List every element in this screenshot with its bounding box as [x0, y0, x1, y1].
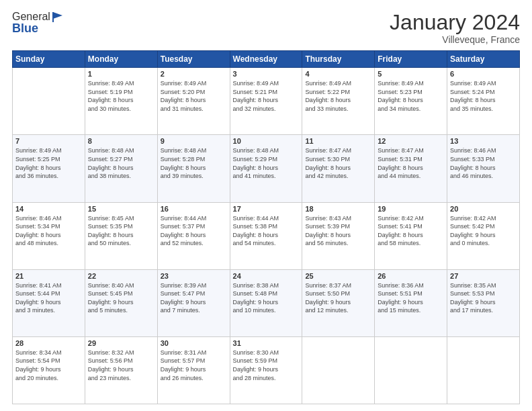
day-number: 1	[88, 70, 154, 78]
day-info: Sunrise: 8:40 AM Sunset: 5:45 PM Dayligh…	[88, 281, 154, 315]
table-cell: 10Sunrise: 8:48 AM Sunset: 5:29 PM Dayli…	[230, 135, 302, 202]
day-info: Sunrise: 8:48 AM Sunset: 5:28 PM Dayligh…	[161, 146, 227, 180]
day-number: 16	[161, 205, 227, 213]
calendar-table: Sunday Monday Tuesday Wednesday Thursday…	[12, 50, 520, 404]
day-info: Sunrise: 8:44 AM Sunset: 5:38 PM Dayligh…	[233, 214, 300, 248]
day-info: Sunrise: 8:39 AM Sunset: 5:47 PM Dayligh…	[161, 281, 227, 315]
week-row-2: 7Sunrise: 8:49 AM Sunset: 5:25 PM Daylig…	[13, 135, 520, 202]
table-cell: 14Sunrise: 8:46 AM Sunset: 5:34 PM Dayli…	[13, 202, 85, 269]
day-number: 24	[233, 272, 300, 280]
table-cell	[375, 336, 447, 404]
day-number: 4	[305, 70, 371, 78]
day-number: 22	[88, 272, 154, 280]
table-cell: 12Sunrise: 8:47 AM Sunset: 5:31 PM Dayli…	[375, 135, 447, 202]
table-cell: 1Sunrise: 8:49 AM Sunset: 5:19 PM Daylig…	[85, 68, 157, 135]
day-info: Sunrise: 8:32 AM Sunset: 5:56 PM Dayligh…	[88, 349, 154, 382]
table-cell: 26Sunrise: 8:36 AM Sunset: 5:51 PM Dayli…	[375, 269, 447, 336]
table-cell: 5Sunrise: 8:49 AM Sunset: 5:23 PM Daylig…	[375, 68, 447, 135]
week-row-5: 28Sunrise: 8:34 AM Sunset: 5:54 PM Dayli…	[13, 336, 520, 404]
table-cell: 24Sunrise: 8:38 AM Sunset: 5:48 PM Dayli…	[230, 269, 302, 336]
col-tuesday: Tuesday	[157, 51, 230, 68]
day-info: Sunrise: 8:49 AM Sunset: 5:20 PM Dayligh…	[161, 79, 227, 113]
day-number: 23	[161, 272, 227, 280]
table-cell: 28Sunrise: 8:34 AM Sunset: 5:54 PM Dayli…	[13, 336, 85, 404]
col-sunday: Sunday	[13, 51, 85, 68]
table-cell: 4Sunrise: 8:49 AM Sunset: 5:22 PM Daylig…	[302, 68, 375, 135]
table-cell	[13, 68, 85, 135]
day-number: 11	[305, 137, 371, 145]
day-number: 29	[88, 339, 154, 347]
table-cell: 29Sunrise: 8:32 AM Sunset: 5:56 PM Dayli…	[85, 336, 157, 404]
day-number: 21	[15, 272, 82, 280]
day-info: Sunrise: 8:49 AM Sunset: 5:21 PM Dayligh…	[233, 79, 300, 113]
day-number: 8	[88, 137, 154, 145]
logo-blue-text: Blue	[12, 21, 64, 36]
day-info: Sunrise: 8:31 AM Sunset: 5:57 PM Dayligh…	[161, 349, 227, 382]
day-number: 26	[378, 272, 444, 280]
day-info: Sunrise: 8:49 AM Sunset: 5:23 PM Dayligh…	[378, 79, 444, 113]
table-cell: 2Sunrise: 8:49 AM Sunset: 5:20 PM Daylig…	[157, 68, 230, 135]
table-cell: 19Sunrise: 8:42 AM Sunset: 5:41 PM Dayli…	[375, 202, 447, 269]
day-info: Sunrise: 8:47 AM Sunset: 5:31 PM Dayligh…	[378, 146, 444, 180]
day-info: Sunrise: 8:45 AM Sunset: 5:35 PM Dayligh…	[88, 214, 154, 248]
day-number: 31	[233, 339, 300, 347]
day-number: 7	[15, 137, 82, 145]
calendar-subtitle: Villeveque, France	[390, 34, 520, 45]
day-number: 14	[15, 205, 82, 213]
table-cell: 22Sunrise: 8:40 AM Sunset: 5:45 PM Dayli…	[85, 269, 157, 336]
day-info: Sunrise: 8:44 AM Sunset: 5:37 PM Dayligh…	[161, 214, 227, 248]
day-number: 28	[15, 339, 82, 347]
day-info: Sunrise: 8:35 AM Sunset: 5:53 PM Dayligh…	[450, 281, 517, 315]
day-info: Sunrise: 8:30 AM Sunset: 5:59 PM Dayligh…	[233, 349, 300, 382]
day-number: 2	[161, 70, 227, 78]
day-info: Sunrise: 8:38 AM Sunset: 5:48 PM Dayligh…	[233, 281, 300, 315]
col-saturday: Saturday	[447, 51, 520, 68]
day-number: 9	[161, 137, 227, 145]
col-thursday: Thursday	[302, 51, 375, 68]
day-number: 19	[378, 205, 444, 213]
day-info: Sunrise: 8:34 AM Sunset: 5:54 PM Dayligh…	[15, 349, 82, 382]
table-cell: 7Sunrise: 8:49 AM Sunset: 5:25 PM Daylig…	[13, 135, 85, 202]
day-info: Sunrise: 8:49 AM Sunset: 5:22 PM Dayligh…	[305, 79, 371, 113]
calendar-title: January 2024	[390, 11, 520, 34]
day-info: Sunrise: 8:36 AM Sunset: 5:51 PM Dayligh…	[378, 281, 444, 315]
table-cell: 3Sunrise: 8:49 AM Sunset: 5:21 PM Daylig…	[230, 68, 302, 135]
logo: General Blue	[12, 11, 64, 36]
table-cell	[447, 336, 520, 404]
table-cell: 31Sunrise: 8:30 AM Sunset: 5:59 PM Dayli…	[230, 336, 302, 404]
day-info: Sunrise: 8:48 AM Sunset: 5:27 PM Dayligh…	[88, 146, 154, 180]
table-cell: 6Sunrise: 8:49 AM Sunset: 5:24 PM Daylig…	[447, 68, 520, 135]
col-friday: Friday	[375, 51, 447, 68]
header: General Blue January 2024 Villeveque, Fr…	[12, 11, 520, 45]
table-cell: 11Sunrise: 8:47 AM Sunset: 5:30 PM Dayli…	[302, 135, 375, 202]
day-number: 18	[305, 205, 371, 213]
day-number: 6	[450, 70, 517, 78]
day-number: 15	[88, 205, 154, 213]
day-number: 27	[450, 272, 517, 280]
week-row-3: 14Sunrise: 8:46 AM Sunset: 5:34 PM Dayli…	[13, 202, 520, 269]
day-number: 12	[378, 137, 444, 145]
day-info: Sunrise: 8:41 AM Sunset: 5:44 PM Dayligh…	[15, 281, 82, 315]
day-info: Sunrise: 8:49 AM Sunset: 5:25 PM Dayligh…	[15, 146, 82, 180]
table-cell: 18Sunrise: 8:43 AM Sunset: 5:39 PM Dayli…	[302, 202, 375, 269]
week-row-1: 1Sunrise: 8:49 AM Sunset: 5:19 PM Daylig…	[13, 68, 520, 135]
day-info: Sunrise: 8:46 AM Sunset: 5:34 PM Dayligh…	[15, 214, 82, 248]
week-row-4: 21Sunrise: 8:41 AM Sunset: 5:44 PM Dayli…	[13, 269, 520, 336]
day-number: 3	[233, 70, 300, 78]
day-info: Sunrise: 8:37 AM Sunset: 5:50 PM Dayligh…	[305, 281, 371, 315]
page: General Blue January 2024 Villeveque, Fr…	[0, 0, 532, 411]
table-cell: 13Sunrise: 8:46 AM Sunset: 5:33 PM Dayli…	[447, 135, 520, 202]
table-cell: 21Sunrise: 8:41 AM Sunset: 5:44 PM Dayli…	[13, 269, 85, 336]
day-info: Sunrise: 8:47 AM Sunset: 5:30 PM Dayligh…	[305, 146, 371, 180]
day-info: Sunrise: 8:46 AM Sunset: 5:33 PM Dayligh…	[450, 146, 517, 180]
table-cell: 9Sunrise: 8:48 AM Sunset: 5:28 PM Daylig…	[157, 135, 230, 202]
table-cell: 27Sunrise: 8:35 AM Sunset: 5:53 PM Dayli…	[447, 269, 520, 336]
day-number: 20	[450, 205, 517, 213]
day-info: Sunrise: 8:48 AM Sunset: 5:29 PM Dayligh…	[233, 146, 300, 180]
table-cell: 23Sunrise: 8:39 AM Sunset: 5:47 PM Dayli…	[157, 269, 230, 336]
title-block: January 2024 Villeveque, France	[390, 11, 520, 45]
table-cell	[302, 336, 375, 404]
day-number: 10	[233, 137, 300, 145]
table-cell: 8Sunrise: 8:48 AM Sunset: 5:27 PM Daylig…	[85, 135, 157, 202]
table-cell: 17Sunrise: 8:44 AM Sunset: 5:38 PM Dayli…	[230, 202, 302, 269]
